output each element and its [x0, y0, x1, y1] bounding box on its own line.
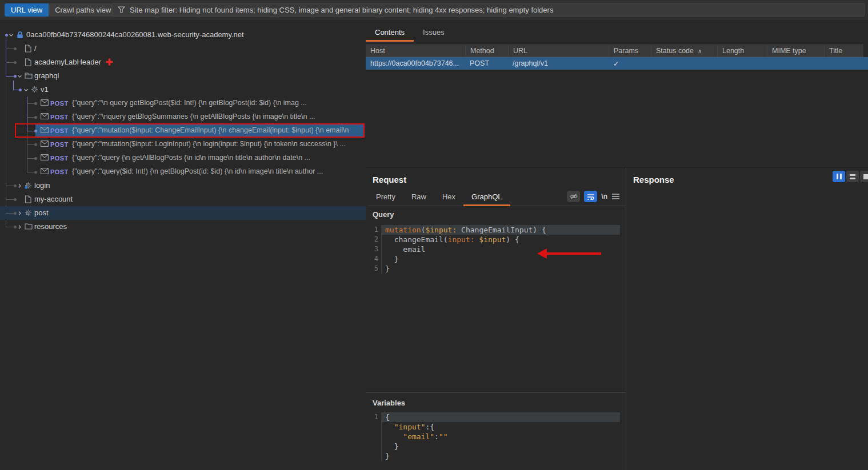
newline-toggle-button[interactable]: \n — [601, 192, 607, 200]
message-editor-area: Request PrettyRawHexGraphQL \n Query 1mu… — [366, 167, 868, 470]
tree-row-request[interactable]: POST{"query":"query {\n getAllBlogPosts … — [0, 151, 366, 165]
graphql-query-editor[interactable]: 1mutation($input: ChangeEmailInput) {2 c… — [366, 225, 620, 274]
column-label: Host — [370, 47, 385, 55]
tab-issues[interactable]: Issues — [414, 25, 454, 42]
response-pane: Response — [626, 168, 868, 470]
word-wrap-button[interactable] — [584, 191, 597, 202]
column-header-host[interactable]: Host — [366, 45, 465, 57]
variables-divider — [366, 392, 626, 393]
code-token: "input" — [385, 423, 425, 431]
code-token: "email" — [385, 432, 434, 441]
chevron-right-icon[interactable] — [17, 183, 22, 188]
columns-glyph — [837, 174, 838, 179]
code-line: 4 } — [366, 254, 620, 264]
tree-row-academylabheader[interactable]: academyLabHeader — [0, 55, 366, 69]
code-text: { — [382, 412, 620, 422]
tree-node-label: login — [34, 181, 50, 190]
tree-connector-line — [27, 158, 34, 159]
tree-row-post[interactable]: post — [0, 206, 366, 220]
request-tab-pretty[interactable]: Pretty — [368, 190, 403, 206]
tree-connector-dot — [34, 171, 37, 174]
chevron-right-icon[interactable] — [17, 211, 22, 216]
editor-menu-button[interactable] — [611, 193, 620, 200]
tree-connector-line — [6, 227, 14, 227]
cell-length — [717, 57, 767, 70]
sitemap-filter-bar[interactable]: Site map filter: Hiding not found items;… — [112, 3, 865, 17]
query-label: Query — [373, 210, 394, 219]
request-tab-graphql[interactable]: GraphQL — [463, 190, 510, 206]
code-token: :{ — [425, 423, 434, 431]
tree-connector-dot — [14, 61, 17, 64]
request-pane: Request PrettyRawHexGraphQL \n Query 1mu… — [366, 168, 626, 470]
tree-connector-line — [6, 213, 14, 214]
tree-row-request[interactable]: POST{"query":"\nquery getBlogSummaries {… — [0, 110, 366, 124]
code-token: } — [385, 264, 390, 273]
code-token: mutation — [385, 226, 421, 234]
chevron-down-icon[interactable] — [9, 33, 14, 38]
tree-row-login[interactable]: login — [0, 179, 366, 192]
tree-node-label: {"query":"\nquery getBlogSummaries {\n g… — [72, 113, 315, 120]
annotation-red-arrow — [546, 252, 601, 255]
tree-connector-dot — [34, 157, 37, 160]
tree-row-v1[interactable]: v1 — [0, 83, 366, 97]
line-number: 5 — [366, 264, 382, 274]
request-tab-raw[interactable]: Raw — [403, 190, 434, 206]
tree-node-label: / — [34, 44, 37, 53]
tree-row-request[interactable]: POST{"query":"mutation($input: LoginInpu… — [0, 138, 366, 151]
column-header-status-code[interactable]: Status code∧ — [651, 45, 717, 57]
chevron-right-icon[interactable] — [17, 224, 22, 230]
column-label: Length — [722, 47, 744, 55]
filter-funnel-icon — [118, 6, 125, 13]
code-line: "email":"" — [366, 432, 620, 441]
view-tab-url-view[interactable]: URL view — [5, 3, 49, 17]
column-header-mime-type[interactable]: MIME type — [767, 45, 824, 57]
tree-row-my-account[interactable]: my-account — [0, 192, 366, 206]
line-number — [366, 451, 382, 461]
column-header-title[interactable]: Title — [824, 45, 863, 57]
tree-connector-dot — [34, 116, 37, 119]
code-token: { — [385, 413, 390, 421]
request-editor-toolbar: \n — [567, 191, 620, 202]
line-number: 3 — [366, 244, 382, 254]
layout-single-button[interactable] — [860, 171, 868, 182]
envelope-icon — [41, 140, 49, 147]
code-token: ChangeEmailInput) { — [457, 226, 546, 234]
tree-row-highlight — [0, 206, 366, 220]
column-header-method[interactable]: Method — [465, 45, 508, 57]
tree-connector-line — [27, 144, 34, 145]
table-row[interactable]: https://0aca00fb04b73746...POST/graphql/… — [366, 57, 868, 70]
tree-row-graphql[interactable]: graphql — [0, 69, 366, 83]
code-token: } — [385, 255, 398, 263]
line-number — [366, 432, 382, 441]
tab-contents[interactable]: Contents — [366, 25, 414, 42]
request-method-label: POST — [50, 114, 69, 120]
tree-row-resources[interactable]: resources — [0, 220, 366, 234]
tree-node-label: resources — [34, 222, 67, 231]
chevron-down-icon[interactable] — [23, 87, 29, 93]
line-number: 1 — [366, 225, 382, 235]
code-text: } — [382, 451, 620, 461]
code-token: } — [385, 452, 390, 460]
column-header-length[interactable]: Length — [717, 45, 767, 57]
tree-row-request[interactable]: POST{"query":"\n query getBlogPost($id: … — [0, 97, 366, 110]
response-title: Response — [633, 175, 674, 184]
code-line: 1mutation($input: ChangeEmailInput) { — [366, 225, 620, 235]
column-header-params[interactable]: Params — [609, 45, 651, 57]
tree-row-node[interactable]: / — [0, 42, 366, 55]
layout-rows-button[interactable] — [846, 171, 859, 182]
code-line: 1{ — [366, 412, 620, 422]
tree-row-0aca00fb04b73746800244ca002600[interactable]: 0aca00fb04b73746800244ca00260081.web-sec… — [0, 28, 366, 42]
column-header-url[interactable]: URL — [508, 45, 609, 57]
view-tab-crawl-paths-view[interactable]: Crawl paths view — [49, 3, 117, 17]
layout-columns-button[interactable] — [833, 171, 845, 182]
code-token: changeEmail( — [385, 235, 448, 244]
request-tab-hex[interactable]: Hex — [434, 190, 463, 206]
tree-node-label: graphql — [34, 71, 59, 80]
eye-off-button[interactable] — [567, 191, 580, 202]
cell-host: https://0aca00fb04b73746... — [366, 57, 465, 70]
tree-row-request[interactable]: POST{"query":"query($id: Int!) {\n getBl… — [0, 165, 366, 179]
column-label: URL — [513, 47, 527, 55]
graphql-variables-editor[interactable]: 1{ "input":{ "email":"" }} — [366, 412, 620, 461]
chevron-down-icon[interactable] — [17, 74, 22, 79]
code-line: "input":{ — [366, 422, 620, 432]
